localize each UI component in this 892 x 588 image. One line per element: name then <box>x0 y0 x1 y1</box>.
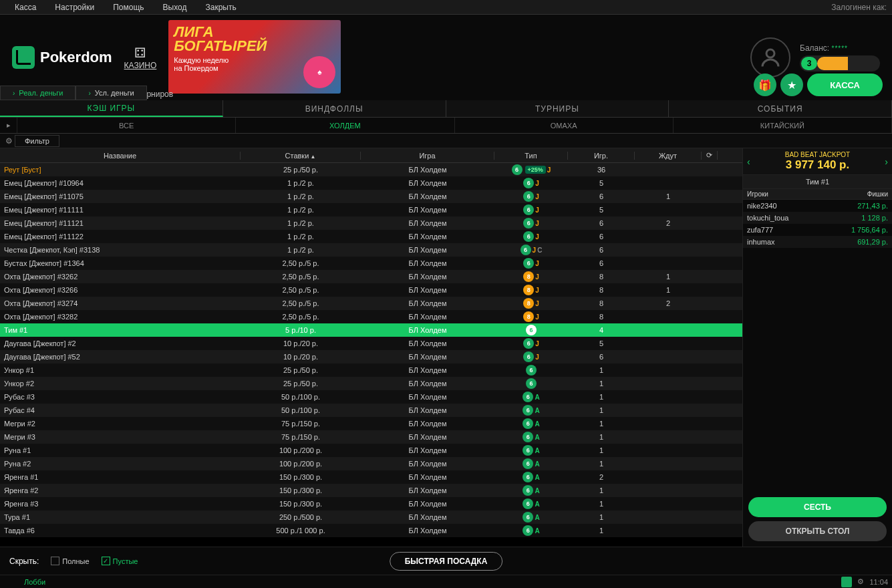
table-row[interactable]: Емец [Джекпот] #11075 1 р./2 р. БЛ Холде… <box>0 190 742 203</box>
table-row[interactable]: Тура #1 250 р./500 р. БЛ Холдем 6 A 1 <box>0 510 742 524</box>
casino-link[interactable]: ⚃ КАЗИНО <box>124 45 157 70</box>
jackpot-banner[interactable]: ‹ BAD BEAT JACKPOT 3 977 140 р. › <box>743 148 892 175</box>
table-row[interactable]: Яренга #1 150 р./300 р. БЛ Холдем 6 A 2 <box>0 470 742 484</box>
table-row[interactable]: Охта [Джекпот] #3274 2,50 р./5 р. БЛ Хол… <box>0 297 742 310</box>
menu-item[interactable]: Закрыть <box>196 3 245 12</box>
refresh-icon[interactable]: ⟳ <box>702 151 718 160</box>
cashier-button[interactable]: КАССА <box>807 74 883 96</box>
svg-point-0 <box>766 49 774 57</box>
table-row[interactable]: Мегри #2 75 р./150 р. БЛ Холдем 6 A 1 <box>0 417 742 430</box>
menubar: КассаНастройкиПомощьВыходЗакрыть Залогин… <box>0 0 892 15</box>
expand-icon[interactable]: ▸ <box>0 118 17 133</box>
table-row[interactable]: Рубас #3 50 р./100 р. БЛ Холдем 6 A 1 <box>0 390 742 404</box>
main-tab[interactable]: ТУРНИРЫ <box>446 100 670 117</box>
table-row[interactable]: Даугава [Джекпот] #52 10 р./20 р. БЛ Хол… <box>0 350 742 363</box>
table-row[interactable]: Руна #1 100 р./200 р. БЛ Холдем 6 A 1 <box>0 444 742 457</box>
player-row[interactable]: nike2340271,43 р. <box>743 200 892 212</box>
player-row[interactable]: zufa7771 756,64 р. <box>743 224 892 236</box>
menu-item[interactable]: Выход <box>154 3 196 12</box>
lobby-tab[interactable]: Лобби <box>4 578 65 586</box>
balance-label: Баланс: <box>800 43 829 53</box>
sub-tab[interactable]: ВСЕ <box>17 118 236 133</box>
table-row[interactable]: Яренга #2 150 р./300 р. БЛ Холдем 6 A 1 <box>0 484 742 497</box>
chevron-right-icon[interactable]: › <box>885 156 888 167</box>
sub-tab[interactable]: ОМАХА <box>455 118 674 133</box>
tab-real-money[interactable]: ›Реал. деньги <box>0 86 76 100</box>
table-row[interactable]: Яренга #3 150 р./300 р. БЛ Холдем 6 A 1 <box>0 497 742 510</box>
side-panel: ‹ BAD BEAT JACKPOT 3 977 140 р. › Тим #1… <box>742 148 892 547</box>
table-row[interactable]: Емец [Джекпот] #11111 1 р./2 р. БЛ Холде… <box>0 203 742 216</box>
table-row[interactable]: Реут [Буст] 25 р./50 р. БЛ Холдем 6+25% … <box>0 163 742 176</box>
sub-tabs: ▸ВСЕХОЛДЕМОМАХАКИТАЙСКИЙ <box>0 118 892 134</box>
table-header: Название Ставки Игра Тип Игр. Ждут ⟳ <box>0 148 742 163</box>
gear-icon[interactable]: ⚙ <box>857 577 864 586</box>
tab-play-money[interactable]: ›Усл. деньги <box>76 86 146 100</box>
main-tab[interactable]: СОБЫТИЯ <box>669 100 892 117</box>
spade-icon: ♠ <box>303 56 335 88</box>
table-row[interactable]: Даугава [Джекпот] #2 10 р./20 р. БЛ Холд… <box>0 337 742 350</box>
table-row[interactable]: Тим #1 5 р./10 р. БЛ Холдем 6 4 <box>0 323 742 337</box>
player-row[interactable]: tokuchi_toua1 128 р. <box>743 212 892 224</box>
filter-button[interactable]: Фильтр <box>15 135 59 147</box>
avatar[interactable] <box>750 37 790 78</box>
logo-icon <box>12 46 35 69</box>
table-row[interactable]: Честка [Джекпот, Кэп] #3138 1 р./2 р. БЛ… <box>0 243 742 257</box>
player-row[interactable]: inhumax691,29 р. <box>743 236 892 248</box>
checkbox-full[interactable]: Полные <box>51 557 89 565</box>
money-tabs: ›Реал. деньги ›Усл. деньги <box>0 86 147 100</box>
open-table-button[interactable]: ОТКРЫТЬ СТОЛ <box>748 521 887 541</box>
logo[interactable]: Pokerdom <box>12 46 112 69</box>
player-list: nike2340271,43 р.tokuchi_toua1 128 р.zuf… <box>743 200 892 492</box>
promo-banner[interactable]: ЛИГАБОГАТЫРЕЙ Каждую неделюна Покердом ♠ <box>168 20 341 94</box>
chevron-left-icon[interactable]: ‹ <box>747 156 750 167</box>
checkbox-empty[interactable]: Пустые <box>102 557 138 565</box>
menu-item[interactable]: Касса <box>5 3 45 12</box>
table-row[interactable]: Ункор #2 25 р./50 р. БЛ Холдем 6 1 <box>0 377 742 390</box>
sub-tab[interactable]: КИТАЙСКИЙ <box>674 118 892 133</box>
main-tab[interactable]: ВИНДФОЛЛЫ <box>223 100 446 117</box>
star-button[interactable]: ★ <box>780 74 803 96</box>
table-row[interactable]: Охта [Джекпот] #3282 2,50 р./5 р. БЛ Хол… <box>0 310 742 323</box>
main-tab[interactable]: КЭШ ИГРЫ <box>0 100 223 117</box>
statusbar: Лобби ⚙ 11:04 <box>0 575 892 588</box>
status-icon[interactable] <box>841 577 852 587</box>
gift-button[interactable]: 🎁 <box>754 74 776 96</box>
table-row[interactable]: Емец [Джекпот] #11121 1 р./2 р. БЛ Холде… <box>0 216 742 230</box>
table-row[interactable]: Охта [Джекпот] #3262 2,50 р./5 р. БЛ Хол… <box>0 270 742 283</box>
table-row[interactable]: Емец [Джекпот] #10964 1 р./2 р. БЛ Холде… <box>0 176 742 190</box>
login-status: Залогинен как: <box>831 3 887 12</box>
menu-item[interactable]: Настройки <box>45 3 104 12</box>
table-row[interactable]: Руна #2 100 р./200 р. БЛ Холдем 6 A 1 <box>0 457 742 470</box>
table-row[interactable]: Бустах [Джекпот] #1364 2,50 р./5 р. БЛ Х… <box>0 257 742 270</box>
fast-seat-button[interactable]: БЫСТРАЯ ПОСАДКА <box>390 552 503 571</box>
table-row[interactable]: Мегри #3 75 р./150 р. БЛ Холдем 6 A 1 <box>0 430 742 444</box>
header: Pokerdom ⚃ КАЗИНО ЛИГАБОГАТЫРЕЙ Каждую н… <box>0 15 892 100</box>
dice-icon: ⚃ <box>124 45 157 61</box>
table-row[interactable]: Емец [Джекпот] #11122 1 р./2 р. БЛ Холде… <box>0 230 742 243</box>
gear-icon[interactable]: ⚙ <box>3 136 15 146</box>
table-row[interactable]: Рубас #4 50 р./100 р. БЛ Холдем 6 A 1 <box>0 404 742 417</box>
side-title: Тим #1 <box>743 175 892 189</box>
clock: 11:04 <box>869 578 888 586</box>
sit-button[interactable]: СЕСТЬ <box>748 497 887 517</box>
sub-tab[interactable]: ХОЛДЕМ <box>236 118 454 133</box>
main-tabs: КЭШ ИГРЫВИНДФОЛЛЫТУРНИРЫСОБЫТИЯ <box>0 100 892 118</box>
menu-item[interactable]: Помощь <box>104 3 153 12</box>
table-row[interactable]: Охта [Джекпот] #3266 2,50 р./5 р. БЛ Хол… <box>0 283 742 297</box>
balance-bar[interactable]: 3 <box>800 55 880 71</box>
table-body: Реут [Буст] 25 р./50 р. БЛ Холдем 6+25% … <box>0 163 742 547</box>
table-row[interactable]: Тавда #6 500 р./1 000 р. БЛ Холдем 6 A 1 <box>0 524 742 537</box>
table-row[interactable]: Ункор #1 25 р./50 р. БЛ Холдем 6 1 <box>0 363 742 377</box>
bottom-bar: Скрыть: Полные Пустые БЫСТРАЯ ПОСАДКА <box>0 547 892 575</box>
